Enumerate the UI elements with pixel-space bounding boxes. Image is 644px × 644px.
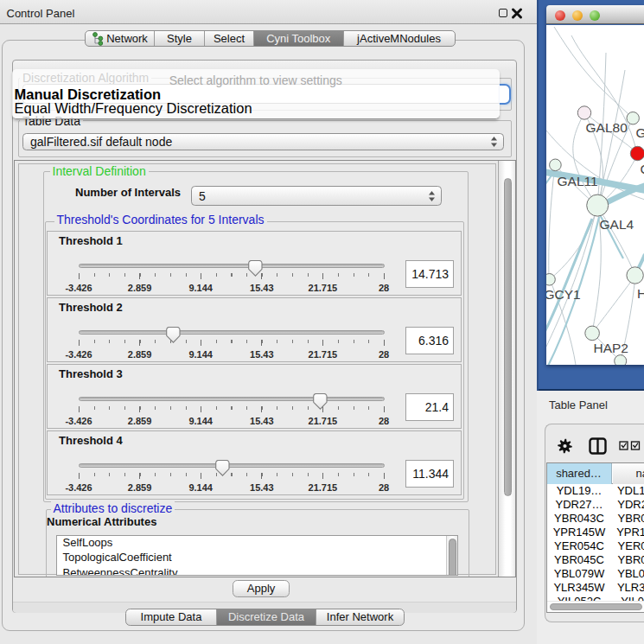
svg-text:GCY1: GCY1 [546, 287, 581, 302]
svg-text:HAP2: HAP2 [593, 341, 628, 355]
svg-text:GA: GA [635, 125, 644, 140]
svg-text:G: G [640, 162, 644, 176]
svg-text:GAL80: GAL80 [585, 120, 628, 135]
svg-text:GAL4: GAL4 [599, 217, 634, 232]
svg-text:GAL11: GAL11 [557, 174, 597, 188]
svg-text:HI: HI [637, 286, 644, 301]
